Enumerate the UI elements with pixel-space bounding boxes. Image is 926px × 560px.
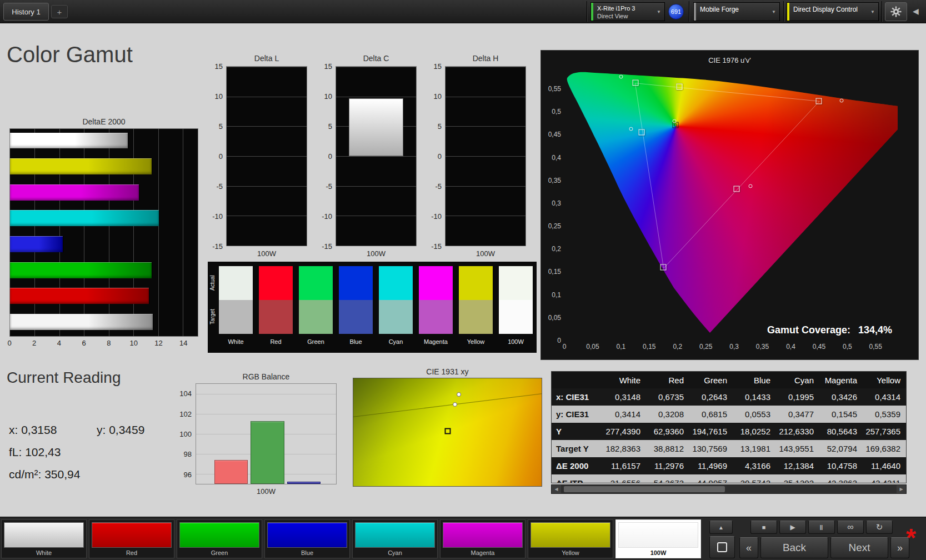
play-button[interactable]: ▶ <box>779 521 806 534</box>
scroll-thumb[interactable] <box>564 486 725 492</box>
autocal-star-icon[interactable]: * <box>900 517 922 537</box>
y-tick-label: 0,45 <box>548 131 561 138</box>
y-tick-label: 0 <box>219 152 223 161</box>
skip-forward-button[interactable]: » <box>890 537 909 558</box>
gridline <box>227 246 307 246</box>
swatch-column: Green <box>299 266 333 345</box>
table-scrollbar[interactable]: ◀ ▶ <box>551 484 907 494</box>
history-tab[interactable]: History 1 <box>3 3 49 21</box>
table-cell: 54,3673 <box>646 478 689 483</box>
reading-y: y: 0,3459 <box>97 423 144 437</box>
swatch-label: Green <box>299 338 333 345</box>
patch-label: Red <box>89 549 174 556</box>
delta-bar <box>349 98 403 156</box>
y-tick-label: 0,5 <box>552 108 561 116</box>
display-control-dropdown[interactable]: Direct Display Control ▼ <box>787 2 879 21</box>
measured-dot-marker <box>457 392 461 397</box>
pattern-up-button[interactable]: ▲ <box>709 521 733 534</box>
back-button[interactable]: Back <box>760 537 828 558</box>
table-cell: 62,9360 <box>646 427 689 436</box>
x-tick-label: 10 <box>129 339 137 347</box>
table-cell: 169,6382 <box>863 444 906 453</box>
patch-label: Green <box>177 549 262 556</box>
skip-back-button[interactable]: « <box>739 537 758 558</box>
y-tick-label: 100 <box>179 430 192 438</box>
patch-button-yellow[interactable]: Yellow <box>528 519 613 558</box>
scroll-left-button[interactable]: ◀ <box>552 485 561 493</box>
display-accent <box>787 3 789 21</box>
deltae-bar-cyan <box>10 210 159 226</box>
settings-button[interactable] <box>885 2 907 21</box>
table-cell: 35,1302 <box>776 478 819 483</box>
pattern-window-button[interactable] <box>709 536 735 558</box>
column-header: Green <box>689 376 733 385</box>
table-cell: 0,0553 <box>733 409 776 419</box>
deltae2000-title: DeltaE 2000 <box>9 117 198 126</box>
table-cell: 0,6735 <box>646 392 689 402</box>
table-row: x: CIE310,31480,67350,26430,14330,19950,… <box>552 388 906 406</box>
results-table-head: WhiteRedGreenBlueCyanMagentaYellow <box>552 372 906 388</box>
patch-button-magenta[interactable]: Magenta <box>440 519 525 558</box>
table-cell: 0,2643 <box>689 392 733 402</box>
delta-c-title: Delta C <box>336 54 417 63</box>
pause-button[interactable]: Ⅱ <box>808 521 835 534</box>
source-dropdown[interactable]: Mobile Forge ▼ <box>693 2 780 21</box>
table-row: y: CIE310,34140,32080,68150,05530,34770,… <box>552 406 906 423</box>
patch-button-100w[interactable]: 100W <box>615 519 701 558</box>
x-tick-label: 0,05 <box>586 343 599 351</box>
table-cell: 257,7365 <box>863 427 906 436</box>
deltae2000-plot <box>9 128 198 337</box>
swatch-label: Cyan <box>379 338 413 345</box>
y-tick-label: 0,4 <box>552 154 561 162</box>
table-cell: 0,3208 <box>646 409 689 419</box>
target-square-marker <box>660 264 667 271</box>
patch-button-green[interactable]: Green <box>177 519 262 558</box>
table-cell: 194,7615 <box>689 427 733 436</box>
y-tick-label: 10 <box>324 92 332 101</box>
gridline <box>196 394 336 394</box>
gridline <box>336 186 416 187</box>
y-tick-label: 5 <box>219 122 223 131</box>
scroll-right-button[interactable]: ▶ <box>897 485 906 493</box>
y-tick-label: 0,3 <box>552 199 561 207</box>
patch-button-cyan[interactable]: Cyan <box>352 519 438 558</box>
y-tick-label: 0,1 <box>552 291 561 299</box>
patch-button-blue[interactable]: Blue <box>264 519 350 558</box>
table-cell: 143,9551 <box>776 444 819 453</box>
collapse-panel-icon[interactable]: ◀ <box>913 7 919 16</box>
swatch-column: Yellow <box>459 266 493 345</box>
add-tab-button[interactable]: + <box>51 5 68 18</box>
x-tick-label: 0 <box>7 339 11 347</box>
patch-label: 100W <box>616 549 700 556</box>
x-tick-label: 14 <box>179 339 187 347</box>
meter-dropdown[interactable]: X-Rite i1Pro 3 Direct View ▼ <box>590 2 665 21</box>
next-button[interactable]: Next <box>830 537 888 558</box>
meter-name: X-Rite i1Pro 3 <box>597 5 635 12</box>
gridline <box>446 97 525 97</box>
table-cell: 0,5359 <box>863 409 906 419</box>
x-tick-label: 8 <box>107 339 111 347</box>
swatch-label: 100W <box>499 338 533 345</box>
rgb-bar-blue <box>287 482 321 484</box>
table-cell: 30,5742 <box>733 478 776 483</box>
page-title: Color Gamut <box>7 42 133 67</box>
patch-color <box>179 522 259 548</box>
patch-button-red[interactable]: Red <box>89 519 174 558</box>
table-cell: 0,6815 <box>689 409 733 419</box>
column-header: Magenta <box>819 376 863 385</box>
gridline <box>446 156 525 157</box>
column-header: Red <box>646 376 689 385</box>
row-label: ΔE 2000 <box>552 461 603 471</box>
cie1931-area <box>353 378 542 487</box>
continuous-read-button[interactable]: ∞ <box>837 521 864 534</box>
patch-color <box>443 522 523 548</box>
gamut-coverage: Gamut Coverage:134,4% <box>767 324 892 336</box>
table-cell: 11,4969 <box>689 461 733 471</box>
repeat-button[interactable]: ↻ <box>866 521 893 534</box>
table-cell: 11,6157 <box>603 461 646 471</box>
target-swatch <box>379 300 413 334</box>
stop-button[interactable]: ■ <box>750 521 777 534</box>
x-tick-label: 0,55 <box>869 343 882 351</box>
patch-button-white[interactable]: White <box>1 519 87 558</box>
swatch-columns: WhiteRedGreenBlueCyanMagentaYellow100W <box>208 262 537 353</box>
